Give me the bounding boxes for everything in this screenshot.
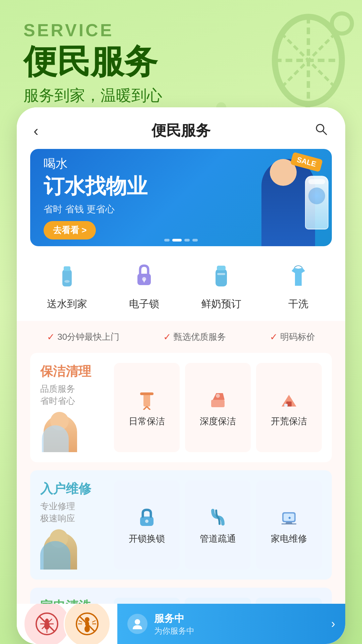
svg-rect-21 [140,392,154,395]
badge-price: ✓ 明码标价 [270,331,315,343]
water-icon [50,260,84,293]
banner-illustration: SALE [238,149,332,246]
svg-line-10 [323,131,326,135]
dot-4[interactable] [192,239,198,241]
svg-rect-17 [216,269,227,286]
phone-inner: ‹ 便民服务 喝水 订水找物业 省时 省钱 更省心 去看看 > [17,107,345,644]
deep-cleaning-item[interactable]: 深度保洁 [185,363,251,452]
badge-quality: ✓ 甄选优质服务 [163,331,226,343]
quick-label-water: 送水到家 [47,297,87,311]
repair-left: 入户维修 专业修理极速响应 [40,480,107,570]
repair-illustration [40,529,94,570]
search-button[interactable] [308,122,328,140]
milk-icon [204,260,238,293]
service-active-banner[interactable]: 服务中 为你服务中 › [117,604,345,644]
hero-title: 便民服务 [23,43,339,80]
dot-3[interactable] [184,239,190,241]
svg-line-22 [143,407,147,410]
badge-fast-text: 30分钟最快上门 [57,331,119,343]
quick-label-milk: 鲜奶预订 [201,297,241,311]
svg-rect-18 [217,266,226,270]
appliance-repair-icon [277,505,301,529]
repair-desc: 专业修理极速响应 [40,500,107,525]
service-active-label: 服务中 [154,612,194,626]
service-active-avatar [127,614,147,634]
daily-cleaning-label: 日常保洁 [129,415,165,427]
locksmith-label: 开锁换锁 [129,533,165,545]
banner[interactable]: 喝水 订水找物业 省时 省钱 更省心 去看看 > [30,149,332,246]
appliance-repair-label: 家电维修 [271,533,307,545]
renovation-cleaning-item[interactable]: 开荒保洁 [256,363,322,452]
svg-rect-12 [64,266,70,271]
lock-icon [127,260,161,293]
pipe-label: 管道疏通 [200,533,236,545]
svg-point-54 [135,619,140,625]
cleaning-illustration [40,412,94,452]
svg-point-13 [64,280,70,283]
quick-item-milk[interactable]: 鲜奶预订 [201,260,241,311]
svg-rect-19 [217,273,225,275]
svg-point-29 [145,520,148,523]
banner-sub: 省时 省钱 更省心 [44,203,225,216]
cleaning-desc: 品质服务省时省心 [40,383,107,407]
daily-cleaning-icon [135,388,159,412]
repair-items: 开锁换锁 管道疏通 家电维修 [114,480,322,570]
appliance-repair-item[interactable]: 家电维修 [256,480,322,570]
svg-rect-16 [143,279,145,282]
service-active-sublabel: 为你服务中 [154,626,194,636]
hero-section: SERVICE 便民服务 服务到家，温暖到心 [0,0,362,119]
svg-line-50 [92,621,96,622]
svg-rect-27 [284,404,288,407]
phone-frame: ‹ 便民服务 喝水 订水找物业 省时 省钱 更省心 去看看 > [17,107,345,644]
ant-icon [75,612,99,636]
renovation-cleaning-icon [277,388,301,412]
daily-cleaning-item[interactable]: 日常保洁 [114,363,180,452]
cleaning-category: 保洁清理 品质服务省时省心 [30,353,332,462]
service-active-texts: 服务中 为你服务中 [154,612,194,636]
svg-line-23 [147,407,150,410]
badge-quality-text: 甄选优质服务 [174,331,226,343]
banner-dots [164,239,198,241]
svg-point-45 [85,617,89,622]
deep-cleaning-icon [206,388,230,412]
bottom-strip: 服务中 为你服务中 › [17,604,345,644]
dot-2-active[interactable] [172,239,182,241]
deep-cleaning-label: 深度保洁 [200,415,236,427]
renovation-cleaning-label: 开荒保洁 [271,415,307,427]
cleaning-title: 保洁清理 [40,363,107,380]
hero-subtitle: 服务到家，温暖到心 [23,85,339,106]
pest-circle-1 [23,604,70,644]
page-title: 便民服务 [152,121,210,141]
dot-1[interactable] [164,239,170,241]
pipe-item[interactable]: 管道疏通 [185,480,251,570]
service-arrow-icon: › [331,617,335,631]
quick-item-water[interactable]: 送水到家 [47,260,87,311]
svg-line-48 [79,621,82,622]
pipe-icon [206,505,230,529]
shirt-icon [282,260,315,293]
feature-badges: ✓ 30分钟最快上门 ✓ 甄选优质服务 ✓ 明码标价 [30,331,332,343]
check-icon-2: ✓ [163,331,171,342]
repair-category: 入户维修 专业修理极速响应 开锁换锁 [30,470,332,580]
services-section: ✓ 30分钟最快上门 ✓ 甄选优质服务 ✓ 明码标价 保洁清理 品质服务省时省 [17,321,345,644]
svg-rect-24 [211,400,225,407]
mosquito-icon [35,612,59,636]
badge-fast: ✓ 30分钟最快上门 [47,331,119,343]
svg-point-25 [216,394,220,398]
cleaning-left: 保洁清理 品质服务省时省心 [40,363,107,452]
quick-item-lock[interactable]: 电子锁 [127,260,161,311]
quick-item-shirt[interactable]: 干洗 [282,260,315,311]
quick-services: 送水到家 电子锁 鲜奶预订 干洗 [17,256,345,321]
banner-text: 喝水 订水找物业 省时 省钱 更省心 去看看 > [30,149,238,246]
hero-service-label: SERVICE [23,20,339,40]
pest-circle-2 [64,604,111,644]
check-icon-1: ✓ [47,331,55,342]
repair-title: 入户维修 [40,480,107,497]
banner-cta-button[interactable]: 去看看 > [44,221,96,239]
badge-price-text: 明码标价 [280,331,315,343]
locksmith-icon [135,505,159,529]
locksmith-item[interactable]: 开锁换锁 [114,480,180,570]
pest-icons [17,604,111,644]
quick-label-lock: 电子锁 [129,297,159,311]
back-button[interactable]: ‹ [34,122,54,139]
